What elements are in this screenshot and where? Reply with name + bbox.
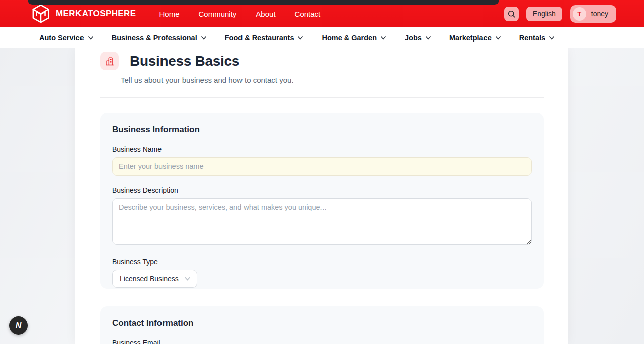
building-icon bbox=[105, 56, 115, 66]
search-icon bbox=[507, 10, 516, 18]
business-information-heading: Business Information bbox=[112, 125, 532, 135]
contact-information-card: Contact Information Business Email bbox=[100, 306, 544, 344]
business-name-label: Business Name bbox=[112, 145, 532, 153]
brand-name: MERKATOSPHERE bbox=[56, 9, 136, 19]
search-button[interactable] bbox=[504, 7, 519, 21]
category-food-restaurants[interactable]: Food & Restaurants bbox=[225, 34, 303, 42]
avatar: T bbox=[573, 7, 586, 21]
chevron-down-icon bbox=[496, 36, 501, 40]
category-home-garden[interactable]: Home & Garden bbox=[321, 34, 386, 42]
business-name-input[interactable] bbox=[112, 157, 532, 176]
nav-item-community[interactable]: Community bbox=[199, 10, 237, 18]
building-icon-badge bbox=[100, 52, 119, 70]
chevron-down-icon bbox=[426, 36, 431, 40]
chevron-down-icon bbox=[185, 277, 190, 281]
user-menu[interactable]: T toney bbox=[570, 5, 616, 23]
nav-item-contact[interactable]: Contact bbox=[295, 10, 321, 18]
dev-badge-button[interactable]: N bbox=[9, 316, 28, 335]
category-auto-service[interactable]: Auto Service bbox=[39, 34, 93, 42]
brand-cube-icon bbox=[31, 4, 50, 23]
chevron-down-icon bbox=[201, 36, 206, 40]
category-jobs[interactable]: Jobs bbox=[405, 34, 431, 42]
user-name: toney bbox=[591, 10, 608, 18]
category-business-professional[interactable]: Business & Professional bbox=[112, 34, 206, 42]
top-overlay-bar bbox=[28, 0, 499, 5]
chevron-down-icon bbox=[298, 36, 303, 40]
chevron-down-icon bbox=[381, 36, 386, 40]
business-information-card: Business Information Business Name Busin… bbox=[100, 113, 544, 289]
chevron-down-icon bbox=[549, 36, 554, 40]
page-title: Business Basics bbox=[130, 53, 239, 69]
contact-information-heading: Contact Information bbox=[112, 318, 532, 328]
business-email-label: Business Email bbox=[112, 339, 532, 344]
business-description-textarea[interactable] bbox=[112, 198, 532, 245]
nav-item-about[interactable]: About bbox=[256, 10, 275, 18]
divider bbox=[100, 97, 544, 98]
chevron-down-icon bbox=[88, 36, 93, 40]
category-rentals[interactable]: Rentals bbox=[519, 34, 554, 42]
business-type-value: Licensed Business bbox=[120, 275, 179, 283]
category-marketplace[interactable]: Marketplace bbox=[449, 34, 501, 42]
main-content: Business Basics Tell us about your busin… bbox=[75, 48, 568, 344]
page-subtitle: Tell us about your business and how to c… bbox=[121, 76, 568, 84]
category-nav: Auto Service Business & Professional Foo… bbox=[0, 27, 644, 48]
nav-item-home[interactable]: Home bbox=[159, 10, 179, 18]
business-description-label: Business Description bbox=[112, 186, 532, 194]
page-header: Business Basics bbox=[75, 48, 568, 70]
header-nav: Home Community About Contact bbox=[159, 10, 320, 18]
header-actions: English T toney bbox=[504, 5, 616, 23]
business-type-label: Business Type bbox=[112, 257, 532, 266]
brand[interactable]: MERKATOSPHERE bbox=[31, 4, 136, 23]
language-button[interactable]: English bbox=[526, 7, 562, 21]
business-type-select[interactable]: Licensed Business bbox=[112, 270, 197, 288]
